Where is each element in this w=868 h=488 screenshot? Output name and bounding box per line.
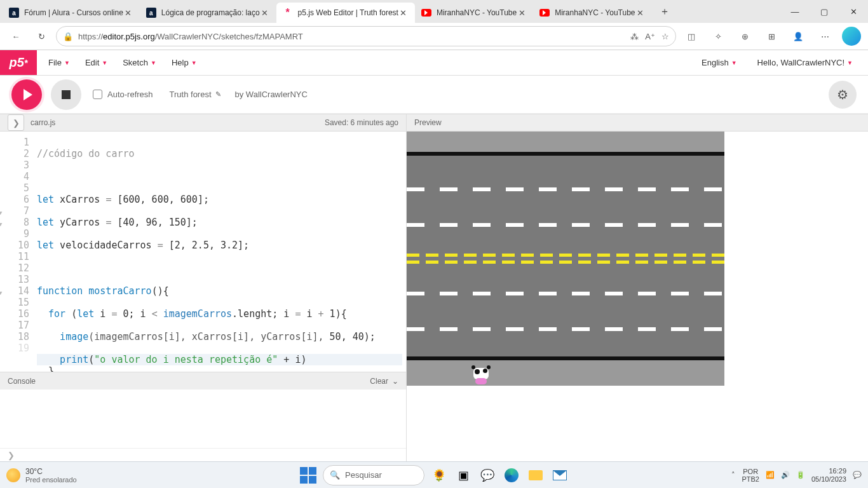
weather-widget[interactable]: 30°C Pred ensolarado xyxy=(6,467,77,484)
play-icon xyxy=(24,89,32,100)
weather-text: Pred ensolarado xyxy=(25,476,77,484)
language-indicator[interactable]: PORPTB2 xyxy=(742,468,759,483)
system-tray: ˄ PORPTB2 📶 🔊 🔋 16:2905/10/2023 💬 xyxy=(731,467,862,484)
chevron-right-icon[interactable]: ❯ xyxy=(8,451,15,460)
close-icon[interactable]: ✕ xyxy=(635,8,646,18)
console-body[interactable] xyxy=(0,390,406,448)
chat-icon[interactable]: 💬 xyxy=(478,466,497,485)
code-content[interactable]: //código do carro let xCarros = [600, 60… xyxy=(33,132,406,372)
refresh-button[interactable]: ↻ xyxy=(31,25,52,47)
browser-chrome: a Fórum | Alura - Cursos online ✕ a Lógi… xyxy=(0,0,868,50)
chevron-down-icon: ⌄ xyxy=(392,377,398,386)
language-selector[interactable]: English▼ xyxy=(695,54,743,71)
lock-icon: 🔒 xyxy=(63,32,73,41)
tab-label: Lógica de programação: laço xyxy=(161,8,260,17)
url-text: https://editor.p5js.org/WallCrawlerNYC/s… xyxy=(78,32,630,41)
saved-status: Saved: 6 minutes ago xyxy=(325,118,398,127)
taskbar-center: 🔍 Pesquisar 🌻 ▣ 💬 xyxy=(299,465,569,485)
more-icon[interactable]: ⋯ xyxy=(813,25,836,47)
maximize-button[interactable]: ▢ xyxy=(810,1,839,22)
editor-column: ❯ carro.js Saved: 6 minutes ago 123456 ▼… xyxy=(0,114,407,462)
reader-icon[interactable]: A⁺ xyxy=(645,32,655,41)
bing-icon[interactable] xyxy=(840,25,863,47)
favorite-icon[interactable]: ☆ xyxy=(661,32,669,41)
close-icon[interactable]: ✕ xyxy=(398,8,409,18)
p5-menu: File▼ Edit▼ Sketch▼ Help▼ xyxy=(37,50,203,75)
tab-logica[interactable]: a Lógica de programação: laço ✕ xyxy=(140,3,276,23)
chevron-down-icon: ▼ xyxy=(847,60,853,66)
taskbar-search[interactable]: 🔍 Pesquisar xyxy=(323,465,424,485)
checkbox-icon[interactable] xyxy=(93,90,102,99)
clock[interactable]: 16:2905/10/2023 xyxy=(811,467,846,484)
stop-button[interactable] xyxy=(51,79,81,110)
tab-youtube-2[interactable]: MiranhaNYC - YouTube ✕ xyxy=(533,3,651,23)
code-editor[interactable]: 123456 ▼7 ▼8 910111213 ▼14 1516171819 //… xyxy=(0,132,406,372)
game-canvas xyxy=(407,132,724,386)
tab-forum[interactable]: a Fórum | Alura - Cursos online ✕ xyxy=(3,3,140,23)
cow-sprite xyxy=(471,365,491,384)
console-clear-button[interactable]: Clear ⌄ xyxy=(370,377,398,386)
menu-help[interactable]: Help▼ xyxy=(165,54,203,71)
split-icon[interactable]: ◫ xyxy=(680,25,703,47)
pencil-icon[interactable]: ✎ xyxy=(215,90,221,98)
edge-icon[interactable] xyxy=(502,466,521,485)
sketch-name[interactable]: Truth forest ✎ xyxy=(170,90,221,99)
favorites-icon[interactable]: ✧ xyxy=(707,25,729,47)
translate-icon[interactable]: ⁂ xyxy=(630,32,639,41)
temperature: 30°C xyxy=(25,467,77,476)
notifications-icon[interactable]: 💬 xyxy=(853,471,862,479)
stop-icon xyxy=(62,90,71,99)
collections-icon[interactable]: ⊕ xyxy=(733,25,756,47)
auto-refresh-label: Auto-refresh xyxy=(107,90,153,99)
preview-label: Preview xyxy=(414,118,442,127)
taskbar: 30°C Pred ensolarado 🔍 Pesquisar 🌻 ▣ 💬 ˄… xyxy=(0,461,868,488)
chevron-down-icon: ▼ xyxy=(731,60,737,66)
play-button[interactable] xyxy=(11,79,42,110)
auto-refresh-toggle[interactable]: Auto-refresh xyxy=(93,90,153,99)
tab-label: MiranhaNYC - YouTube xyxy=(555,8,635,17)
close-icon[interactable]: ✕ xyxy=(123,8,133,18)
explorer-icon[interactable] xyxy=(526,466,545,485)
filename: carro.js xyxy=(31,118,55,127)
wifi-icon[interactable]: 📶 xyxy=(766,471,775,479)
window-controls: — ▢ ✕ xyxy=(780,1,868,22)
profile-icon[interactable]: 👤 xyxy=(787,25,810,47)
tab-label: p5.js Web Editor | Truth forest xyxy=(298,8,398,17)
extensions-icon[interactable]: ⊞ xyxy=(760,25,783,47)
menu-sketch[interactable]: Sketch▼ xyxy=(116,54,163,71)
minimize-button[interactable]: — xyxy=(780,1,810,22)
user-greeting[interactable]: Hello, WallCrawlerNYC!▼ xyxy=(751,54,859,71)
tab-p5editor[interactable]: * p5.js Web Editor | Truth forest ✕ xyxy=(276,3,415,23)
address-bar-row: ← ↻ 🔒 https://editor.p5js.org/WallCrawle… xyxy=(0,23,868,50)
tab-youtube-1[interactable]: MiranhaNYC - YouTube ✕ xyxy=(415,3,533,23)
sidebar-toggle[interactable]: ❯ xyxy=(8,114,24,131)
settings-button[interactable]: ⚙ xyxy=(829,81,857,109)
toolbar-right: ◫ ✧ ⊕ ⊞ 👤 ⋯ xyxy=(680,25,863,47)
mail-icon[interactable] xyxy=(550,466,569,485)
menu-edit[interactable]: Edit▼ xyxy=(79,54,114,71)
new-tab-button[interactable]: ＋ xyxy=(656,3,674,20)
url-bar[interactable]: 🔒 https://editor.p5js.org/WallCrawlerNYC… xyxy=(56,26,676,46)
chevron-down-icon: ▼ xyxy=(64,60,70,66)
menu-file[interactable]: File▼ xyxy=(42,54,76,71)
p5-topbar-right: English▼ Hello, WallCrawlerNYC!▼ xyxy=(695,50,868,75)
back-button[interactable]: ← xyxy=(5,25,27,47)
close-window-button[interactable]: ✕ xyxy=(839,1,868,22)
p5-logo[interactable]: p5* xyxy=(0,50,37,75)
line-gutter: 123456 ▼7 ▼8 910111213 ▼14 1516171819 xyxy=(0,132,33,372)
tray-chevron-icon[interactable]: ˄ xyxy=(731,471,735,479)
toolbar: Auto-refresh Truth forest ✎ by WallCrawl… xyxy=(0,76,868,114)
volume-icon[interactable]: 🔊 xyxy=(781,471,790,479)
close-icon[interactable]: ✕ xyxy=(260,8,270,18)
chevron-down-icon: ▼ xyxy=(151,60,156,66)
file-header: ❯ carro.js Saved: 6 minutes ago xyxy=(0,114,406,132)
task-view-icon[interactable]: ▣ xyxy=(454,466,473,485)
battery-icon[interactable]: 🔋 xyxy=(796,471,805,479)
start-button[interactable] xyxy=(299,466,318,485)
gear-icon: ⚙ xyxy=(837,87,848,102)
flowers-icon[interactable]: 🌻 xyxy=(430,466,449,485)
close-icon[interactable]: ✕ xyxy=(517,8,527,18)
chevron-down-icon: ▼ xyxy=(102,60,107,66)
console-label: Console xyxy=(8,377,36,386)
preview-header: Preview xyxy=(407,114,868,132)
